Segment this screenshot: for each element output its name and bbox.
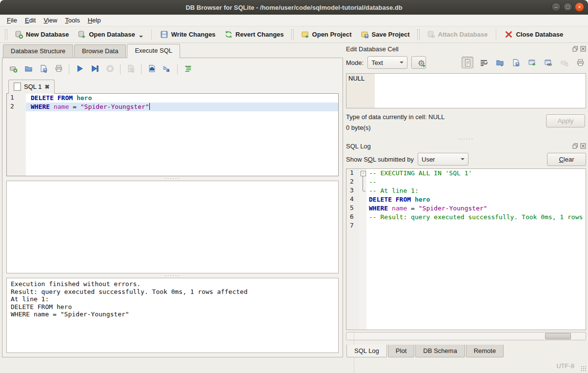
print-cell-icon bbox=[576, 59, 585, 67]
write-changes-button[interactable]: Write Changes bbox=[156, 28, 220, 41]
menu-tools[interactable]: Tools bbox=[61, 15, 83, 25]
close-dock-icon[interactable] bbox=[580, 46, 586, 52]
line-number: 6 bbox=[346, 213, 359, 222]
line-number: 3 bbox=[346, 186, 359, 195]
sql-log-view[interactable]: 1 2 3 4 5 6 7 – -- EXECUTING ALL IN 'SQL… bbox=[346, 168, 586, 330]
open-external-button[interactable] bbox=[526, 57, 538, 68]
open-external-icon bbox=[528, 59, 536, 67]
main-toolbar: New Database Open Database Write Changes… bbox=[0, 26, 588, 43]
save-results-button[interactable] bbox=[126, 64, 136, 74]
splitter-handle-2[interactable] bbox=[6, 273, 339, 278]
minimize-button[interactable]: – bbox=[551, 2, 561, 12]
tab-plot[interactable]: Plot bbox=[388, 345, 414, 357]
open-sql-file-icon bbox=[24, 64, 33, 73]
execute-all-button[interactable] bbox=[75, 64, 84, 74]
float-dock-icon[interactable] bbox=[572, 46, 578, 52]
attach-database-icon bbox=[427, 30, 435, 39]
tab-browse-data[interactable]: Browse Data bbox=[74, 44, 126, 58]
save-project-button[interactable]: Save Project bbox=[356, 28, 414, 41]
sql-code-editor[interactable]: 1 2 DELETE FROM hero WHERE name = "Spide… bbox=[6, 93, 339, 176]
menu-help[interactable]: Help bbox=[84, 15, 105, 25]
fold-collapse-icon[interactable]: – bbox=[361, 171, 366, 176]
edit-cell-header: Edit Database Cell bbox=[346, 44, 586, 54]
close-button[interactable]: × bbox=[575, 2, 584, 12]
set-null-button[interactable] bbox=[558, 57, 570, 68]
editor-fold-margin bbox=[20, 94, 26, 176]
write-changes-icon bbox=[160, 30, 168, 39]
revert-changes-button[interactable]: Revert Changes bbox=[220, 28, 288, 41]
title-bar: DB Browser for SQLite - /home/user/code/… bbox=[0, 0, 588, 15]
fold-line bbox=[363, 176, 363, 191]
dock-splitter-handle[interactable] bbox=[346, 137, 586, 141]
tab-remote[interactable]: Remote bbox=[466, 345, 504, 357]
save-sql-file-button[interactable] bbox=[39, 64, 48, 74]
print-sql-button[interactable] bbox=[54, 64, 63, 74]
editor-code-area[interactable]: DELETE FROM hero WHERE name = "Spider-Yo… bbox=[26, 94, 338, 176]
format-button[interactable]: ba bbox=[162, 64, 172, 74]
main-tab-bar: Database Structure Browse Data Execute S… bbox=[2, 44, 343, 58]
code-line: DELETE FROM hero bbox=[26, 94, 338, 103]
toolbar-drag-handle-3[interactable] bbox=[417, 29, 420, 40]
save-project-label: Save Project bbox=[372, 31, 410, 38]
sql-1-tab[interactable]: SQL 1 ✖ bbox=[8, 80, 55, 94]
stop-icon bbox=[106, 64, 114, 73]
word-wrap-icon bbox=[480, 59, 488, 67]
resize-grip[interactable] bbox=[581, 366, 587, 372]
open-tab-button[interactable] bbox=[8, 64, 18, 74]
execution-message-pane[interactable]: Execution finished without errors. Resul… bbox=[6, 278, 339, 353]
find-button[interactable] bbox=[147, 64, 157, 74]
print-cell-button[interactable] bbox=[574, 57, 586, 68]
new-database-button[interactable]: New Database bbox=[10, 28, 73, 41]
scrollbar-thumb[interactable] bbox=[545, 333, 571, 339]
auto-switch-mode-button[interactable] bbox=[411, 56, 426, 69]
menu-view[interactable]: View bbox=[40, 15, 61, 25]
tab-database-structure[interactable]: Database Structure bbox=[3, 44, 73, 58]
attach-database-button[interactable]: Attach Database bbox=[423, 28, 492, 41]
comment-lines-button[interactable] bbox=[183, 64, 193, 74]
clear-button[interactable]: Clear bbox=[547, 153, 586, 166]
toolbar-drag-handle-2[interactable] bbox=[291, 29, 294, 40]
close-tab-icon[interactable]: ✖ bbox=[44, 83, 49, 90]
text-mode-icon bbox=[464, 59, 472, 67]
close-dock-icon-2[interactable] bbox=[580, 143, 586, 149]
float-dock-icon-2[interactable] bbox=[572, 143, 578, 149]
apply-button[interactable]: Apply bbox=[546, 114, 585, 127]
results-pane[interactable] bbox=[6, 181, 339, 273]
open-project-button[interactable]: Open Project bbox=[297, 28, 356, 41]
menu-file[interactable]: File bbox=[3, 15, 21, 25]
stop-button[interactable] bbox=[105, 64, 115, 74]
tab-execute-sql[interactable]: Execute SQL bbox=[127, 44, 180, 58]
maximize-button[interactable]: □ bbox=[563, 2, 572, 12]
text-cursor bbox=[149, 103, 150, 110]
tab-sql-log[interactable]: SQL Log bbox=[346, 345, 387, 357]
close-database-button[interactable]: Close Database bbox=[500, 28, 568, 41]
copy-link-button[interactable] bbox=[542, 57, 554, 68]
export-data-button[interactable] bbox=[510, 57, 522, 68]
text-mode-button[interactable] bbox=[462, 57, 473, 68]
open-sql-file-button[interactable] bbox=[23, 64, 33, 74]
open-database-button[interactable]: Open Database bbox=[73, 28, 147, 41]
attach-database-label: Attach Database bbox=[438, 31, 488, 38]
mode-select[interactable]: Text bbox=[367, 56, 407, 69]
log-fold-margin: – bbox=[359, 169, 366, 330]
cell-value-editor[interactable]: NULL bbox=[346, 73, 586, 108]
import-data-button[interactable] bbox=[494, 57, 506, 68]
horizontal-scrollbar[interactable] bbox=[346, 332, 586, 340]
menu-edit[interactable]: Edit bbox=[21, 15, 40, 25]
sql-file-icon bbox=[14, 83, 21, 91]
tab-db-schema[interactable]: DB Schema bbox=[415, 345, 465, 357]
word-wrap-button[interactable] bbox=[478, 57, 489, 68]
svg-text:a: a bbox=[166, 67, 169, 73]
log-code-area: -- EXECUTING ALL IN 'SQL 1' -- -- At lin… bbox=[366, 169, 586, 330]
toolbar-drag-handle[interactable] bbox=[5, 29, 7, 40]
splitter-handle[interactable] bbox=[6, 176, 339, 181]
message-line: DELETE FROM hero bbox=[11, 303, 334, 311]
new-database-icon bbox=[15, 30, 23, 39]
find-icon bbox=[148, 64, 156, 73]
execute-line-button[interactable] bbox=[90, 64, 100, 74]
log-line: -- EXECUTING ALL IN 'SQL 1' bbox=[366, 169, 586, 178]
write-changes-label: Write Changes bbox=[171, 31, 216, 38]
sql-tab-bar: SQL 1 ✖ bbox=[6, 79, 339, 93]
toolbar-separator bbox=[151, 29, 152, 40]
submitted-by-select[interactable]: User bbox=[418, 153, 468, 166]
